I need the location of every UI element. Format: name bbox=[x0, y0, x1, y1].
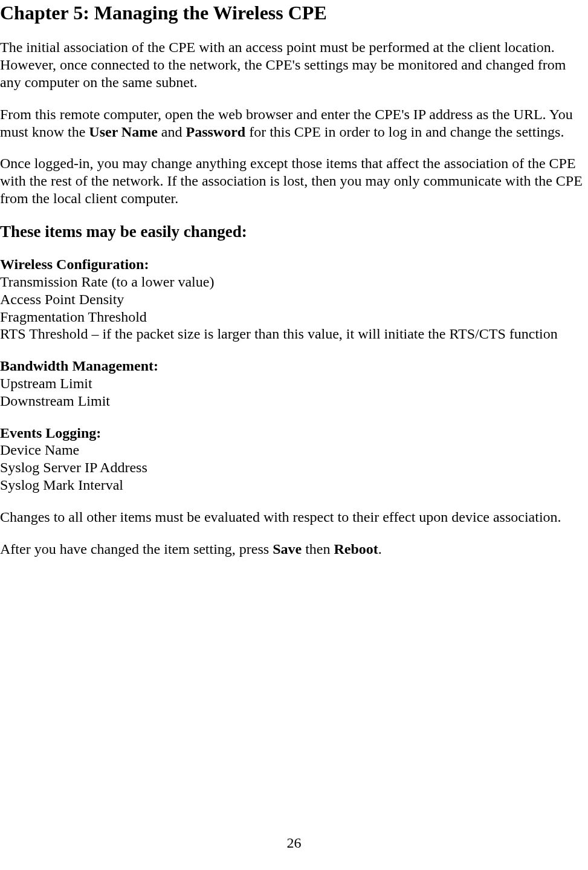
paragraph-intro: The initial association of the CPE with … bbox=[0, 39, 588, 91]
bold-username: User Name bbox=[89, 124, 158, 140]
paragraph-savereboot: After you have changed the item setting,… bbox=[0, 541, 588, 558]
bold-password: Password bbox=[186, 124, 246, 140]
bandwidth-mgmt-title: Bandwidth Management: bbox=[0, 357, 588, 375]
list-item: Downstream Limit bbox=[0, 392, 588, 410]
list-item: Access Point Density bbox=[0, 291, 588, 308]
events-logging-block: Events Logging: Device Name Syslog Serve… bbox=[0, 424, 588, 494]
paragraph-changes: Changes to all other items must be evalu… bbox=[0, 508, 588, 526]
text-segment: . bbox=[378, 541, 382, 557]
chapter-title: Chapter 5: Managing the Wireless CPE bbox=[0, 1, 588, 24]
list-item: Fragmentation Threshold bbox=[0, 308, 588, 326]
list-item: Syslog Server IP Address bbox=[0, 459, 588, 476]
bandwidth-mgmt-block: Bandwidth Management: Upstream Limit Dow… bbox=[0, 357, 588, 409]
page-number: 26 bbox=[0, 834, 588, 852]
list-item: Transmission Rate (to a lower value) bbox=[0, 273, 588, 291]
text-segment: then bbox=[302, 541, 334, 557]
list-item: Syslog Mark Interval bbox=[0, 476, 588, 494]
bold-reboot: Reboot bbox=[334, 541, 378, 557]
events-logging-title: Events Logging: bbox=[0, 424, 588, 442]
text-segment: After you have changed the item setting,… bbox=[0, 541, 273, 557]
list-item: Device Name bbox=[0, 441, 588, 459]
paragraph-login: From this remote computer, open the web … bbox=[0, 106, 588, 141]
wireless-config-title: Wireless Configuration: bbox=[0, 256, 588, 273]
bold-save: Save bbox=[273, 541, 302, 557]
paragraph-loggedin: Once logged-in, you may change anything … bbox=[0, 155, 588, 207]
list-item: Upstream Limit bbox=[0, 375, 588, 392]
list-item: RTS Threshold – if the packet size is la… bbox=[0, 325, 588, 343]
wireless-config-block: Wireless Configuration: Transmission Rat… bbox=[0, 256, 588, 343]
text-segment: for this CPE in order to log in and chan… bbox=[245, 124, 564, 140]
text-segment: and bbox=[158, 124, 186, 140]
section-heading-items: These items may be easily changed: bbox=[0, 222, 588, 241]
